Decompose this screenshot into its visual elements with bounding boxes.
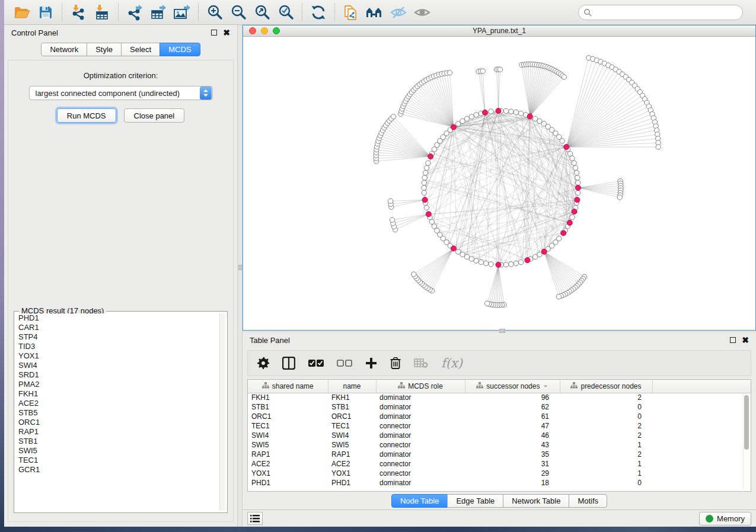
cell-name[interactable]: YOX1 (328, 469, 376, 478)
graph-node[interactable] (469, 257, 474, 261)
cell-MCDS-role[interactable]: dominator (376, 393, 465, 402)
cell-name[interactable]: STB1 (328, 402, 376, 412)
graph-node[interactable] (391, 114, 395, 119)
run-mcds-button[interactable]: Run MCDS (57, 108, 116, 123)
graph-node[interactable] (509, 109, 513, 114)
zoom-in-icon[interactable] (203, 2, 227, 23)
graph-node[interactable] (464, 116, 469, 121)
close-panel-icon[interactable]: ✖ (223, 30, 230, 36)
graph-node[interactable] (390, 217, 394, 222)
splitter-grip[interactable] (238, 265, 242, 270)
cell-predecessor-nodes[interactable]: 0 (560, 402, 652, 412)
cell-MCDS-role[interactable]: dominator (376, 478, 465, 488)
float-panel-icon[interactable] (730, 337, 736, 343)
cell-MCDS-role[interactable]: dominator (376, 402, 465, 412)
close-panel-icon[interactable]: ✖ (742, 337, 749, 343)
cell-successor-nodes[interactable]: 47 (465, 421, 560, 431)
cell-predecessor-nodes[interactable]: 2 (560, 421, 652, 431)
cell-successor-nodes[interactable]: 31 (465, 459, 560, 469)
graph-node[interactable] (656, 145, 661, 149)
create-column-icon[interactable] (365, 357, 377, 369)
network-graph-canvas[interactable] (243, 37, 755, 330)
cell-successor-nodes[interactable]: 29 (465, 469, 560, 478)
table-row[interactable]: ACE2ACE2connector311 (248, 459, 751, 469)
graph-node[interactable] (412, 272, 416, 277)
dominator-node[interactable] (541, 249, 547, 254)
dominator-node[interactable] (428, 154, 433, 159)
dominator-node[interactable] (561, 230, 566, 236)
cell-name[interactable]: PHD1 (328, 478, 376, 488)
cell-successor-nodes[interactable]: 46 (465, 431, 560, 440)
table-settings-gear-icon[interactable] (257, 357, 269, 369)
graph-node[interactable] (422, 185, 426, 190)
column-header-shared-name[interactable]: shared name (248, 380, 328, 393)
graph-node[interactable] (422, 180, 426, 185)
hide-selected-icon[interactable] (387, 2, 410, 23)
scrollbar-thumb[interactable] (744, 395, 749, 450)
table-scrollbar[interactable] (743, 394, 749, 490)
dominator-node[interactable] (567, 220, 572, 226)
zoom-out-icon[interactable] (227, 2, 250, 23)
cell-predecessor-nodes[interactable]: 2 (560, 450, 652, 459)
graph-node[interactable] (474, 258, 479, 263)
graph-node[interactable] (485, 301, 490, 306)
import-network-icon[interactable] (66, 2, 90, 23)
mcds-node-item[interactable]: ORC1 (16, 418, 219, 427)
graph-node[interactable] (570, 156, 575, 161)
column-header-successor-nodes[interactable]: successor nodes⌄ (465, 380, 560, 393)
dominator-node[interactable] (576, 185, 581, 191)
dominator-node[interactable] (564, 145, 569, 150)
splitter-grip[interactable] (499, 329, 505, 333)
graph-node[interactable] (576, 190, 580, 195)
export-image-icon[interactable] (170, 2, 194, 23)
mcds-result-list[interactable]: PHD1CAR1STP4TID3YOX1SWI4SRD1PMA2FKH1ACE2… (16, 313, 219, 511)
import-table-icon[interactable] (90, 2, 114, 23)
save-session-icon[interactable] (34, 2, 58, 23)
dominator-node[interactable] (422, 197, 428, 203)
graph-node[interactable] (422, 190, 426, 195)
mcds-node-item[interactable]: STB5 (16, 408, 219, 418)
open-file-icon[interactable] (10, 2, 34, 23)
graph-node[interactable] (388, 198, 393, 203)
cell-shared-name[interactable]: PHD1 (248, 478, 328, 488)
graph-node[interactable] (422, 175, 427, 180)
cell-MCDS-role[interactable]: dominator (376, 412, 465, 421)
cell-shared-name[interactable]: FKH1 (248, 393, 328, 402)
table-row[interactable]: PHD1PHD1dominator180 (248, 478, 751, 488)
table-row[interactable]: RAP1RAP1dominator352 (248, 450, 751, 459)
dominator-node[interactable] (451, 246, 456, 251)
cell-shared-name[interactable]: YOX1 (248, 469, 328, 478)
graph-node[interactable] (518, 111, 523, 116)
cell-successor-nodes[interactable]: 35 (465, 450, 560, 459)
cell-shared-name[interactable]: TEC1 (248, 421, 328, 431)
first-neighbors-icon[interactable] (363, 2, 387, 23)
cell-name[interactable]: ACE2 (328, 459, 376, 469)
cell-predecessor-nodes[interactable]: 0 (560, 412, 652, 421)
cell-predecessor-nodes[interactable]: 2 (560, 431, 652, 440)
mcds-node-item[interactable]: STB1 (16, 437, 219, 446)
cell-predecessor-nodes[interactable]: 0 (560, 478, 652, 488)
refresh-icon[interactable] (307, 2, 330, 23)
graph-node[interactable] (575, 175, 580, 180)
graph-node[interactable] (447, 70, 452, 75)
graph-node[interactable] (576, 180, 580, 185)
graph-node[interactable] (572, 161, 576, 165)
graph-node[interactable] (489, 109, 493, 114)
dominator-node[interactable] (575, 197, 580, 203)
search-input[interactable] (578, 5, 743, 20)
graph-node[interactable] (424, 205, 429, 210)
mcds-node-item[interactable]: ACE2 (16, 399, 219, 408)
column-header-name[interactable]: name (328, 380, 376, 393)
zoom-fit-icon[interactable] (250, 2, 274, 23)
task-history-button[interactable] (247, 512, 263, 525)
graph-node[interactable] (574, 170, 579, 175)
cell-name[interactable]: FKH1 (328, 393, 376, 402)
graph-node[interactable] (532, 254, 537, 259)
horizontal-splitter[interactable] (243, 331, 756, 332)
dominator-node[interactable] (527, 114, 532, 119)
graph-node[interactable] (424, 165, 429, 170)
cell-predecessor-nodes[interactable]: 2 (560, 393, 652, 402)
mcds-node-item[interactable]: CAR1 (16, 323, 219, 332)
cell-successor-nodes[interactable]: 43 (465, 440, 560, 450)
tab-select[interactable]: Select (121, 43, 160, 56)
